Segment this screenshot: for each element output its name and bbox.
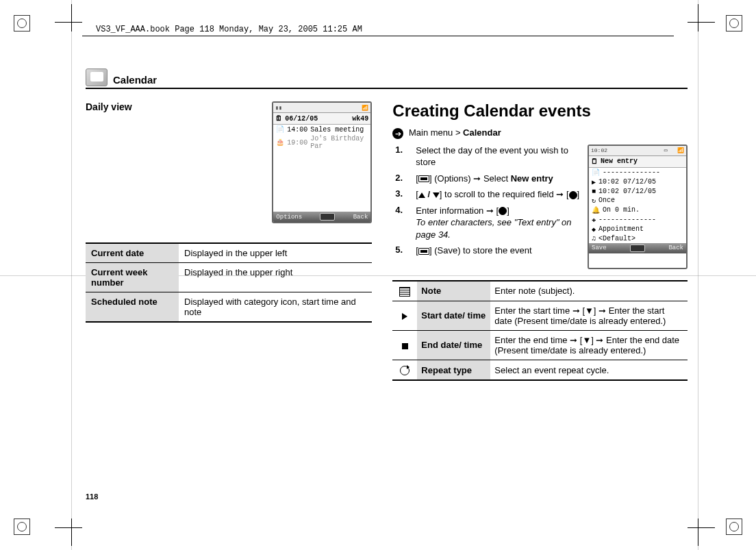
- crop-tick: [698, 4, 698, 32]
- center-key-icon: [569, 191, 577, 199]
- print-header-note: VS3_VF_AAA.book Page 118 Monday, May 23,…: [96, 25, 362, 34]
- phone-date-icon: 🗓: [275, 114, 282, 123]
- crop-guide-left: [71, 0, 72, 550]
- page-number: 118: [86, 492, 98, 501]
- table-row: Note Enter note (subject).: [392, 281, 688, 301]
- registration-mark: [726, 15, 742, 32]
- crop-tick: [55, 22, 82, 23]
- play-icon: [402, 313, 407, 320]
- phone-softkey-right: Back: [353, 214, 368, 221]
- registration-mark: [14, 15, 30, 32]
- step-1: 1. Select the day of the event you wish …: [395, 145, 581, 168]
- step-4: 4. Enter information ➞ [] To enter chara…: [395, 205, 581, 241]
- nav-down-icon: [433, 192, 440, 198]
- table-row: Current date Displayed in the upper left: [86, 243, 372, 263]
- table-row: End date/ time Enter the end time ➞ [▼] …: [392, 330, 688, 360]
- softkey-icon: [418, 175, 429, 182]
- phone-week: wk49: [352, 115, 368, 123]
- phone-date: 06/12/05: [285, 115, 318, 123]
- crop-tick: [71, 518, 72, 546]
- registration-mark: [14, 518, 30, 535]
- crop-tick: [55, 527, 82, 528]
- section-title: Calendar: [113, 74, 157, 86]
- section-header: Calendar: [86, 68, 688, 89]
- table-row: Repeat type Select an event repeat cycle…: [392, 360, 688, 380]
- breadcrumb: ➔ Main menu > Calendar: [392, 127, 688, 139]
- calendar-section-icon: [86, 68, 108, 86]
- daily-view-screenshot: ▮▮📶 🗓 06/12/05 wk49 📄14:00 Sales meeting…: [272, 101, 372, 223]
- table-row: Scheduled note Displayed with category i…: [86, 292, 372, 323]
- stop-icon: [402, 343, 408, 349]
- phone-softkey-left: Options: [276, 214, 302, 221]
- step-3: 3. [ / ] to scroll to the required field…: [395, 188, 581, 201]
- daily-view-table: Current date Displayed in the upper left…: [86, 242, 372, 323]
- header-rule: [82, 36, 674, 36]
- table-row: Current week number Displayed in the upp…: [86, 263, 372, 292]
- crop-tick: [688, 22, 715, 23]
- step-2: 2. [] (Options) ➞ Select New entry: [395, 173, 581, 185]
- repeat-icon: [400, 366, 410, 375]
- crop-tick: [688, 527, 715, 528]
- breadcrumb-arrow-icon: ➔: [392, 128, 403, 139]
- crop-tick: [71, 4, 72, 32]
- new-entry-screenshot: 10:02▭ 📶 🗒New entry 📄-------------- ▶10:…: [588, 145, 688, 269]
- right-heading: Creating Calendar events: [392, 101, 688, 121]
- step-5: 5. [] (Save) to store the event: [395, 245, 581, 257]
- note-icon: [399, 287, 410, 297]
- nav-up-icon: [418, 192, 425, 198]
- fields-table: Note Enter note (subject). Start date/ t…: [392, 280, 688, 382]
- softkey-icon: [418, 248, 429, 255]
- registration-mark: [726, 518, 742, 535]
- center-key-icon: [499, 207, 507, 215]
- crop-guide-right: [698, 0, 698, 550]
- table-row: Start date/ time Enter the start time ➞ …: [392, 301, 688, 330]
- crop-tick: [698, 518, 698, 546]
